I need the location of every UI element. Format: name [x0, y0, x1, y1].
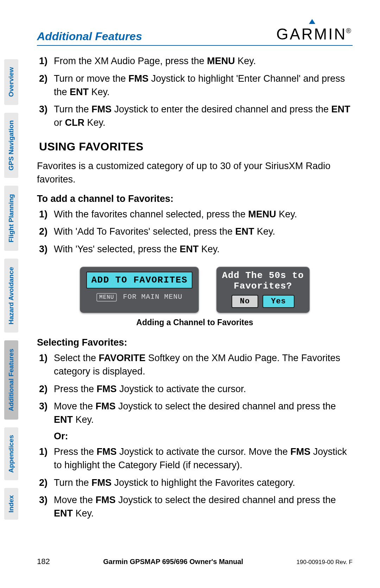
confirm-dialog-panel: Add The 50s toFavorites? No Yes [216, 267, 309, 313]
step-text: Move the FMS Joystick to select the desi… [54, 400, 353, 427]
list-item: 2) Press the FMS Joystick to activate th… [37, 383, 353, 396]
add-to-favorites-panel: Add To Favorites MENU for Main Menu [80, 267, 199, 313]
or-label: Or: [54, 431, 353, 442]
select-step-list-a: 1) Select the FAVORITE Softkey on the XM… [37, 352, 353, 427]
list-item: 3) With 'Yes' selected, press the ENT Ke… [37, 243, 353, 256]
step-number: 3) [37, 243, 54, 256]
list-item: 3) Move the FMS Joystick to select the d… [37, 494, 353, 520]
step-text: Press the FMS Joystick to activate the c… [54, 383, 353, 396]
list-item: 2) With 'Add To Favorites' selected, pre… [37, 225, 353, 239]
step-text: Turn the FMS Joystick to highlight the F… [54, 476, 353, 490]
list-item: 1) Select the FAVORITE Softkey on the XM… [37, 352, 353, 378]
favorites-intro: Favorites is a customized category of up… [37, 160, 353, 186]
subheading-selecting-favorites: Selecting Favorites: [37, 337, 353, 348]
list-item: 1) From the XM Audio Page, press the MEN… [37, 55, 353, 68]
step-text: With 'Yes' selected, press the ENT Key. [54, 243, 353, 256]
list-item: 3) Move the FMS Joystick to select the d… [37, 400, 353, 427]
tab-additional-features[interactable]: Additional Features [4, 340, 18, 420]
tab-hazard-avoidance[interactable]: Hazard Avoidance [4, 259, 18, 333]
list-item: 2) Turn the FMS Joystick to highlight th… [37, 476, 353, 490]
step-number: 2) [37, 383, 54, 396]
menu-key-icon: MENU [96, 293, 117, 302]
tab-gps-navigation[interactable]: GPS Navigation [4, 113, 18, 178]
step-text: With 'Add To Favorites' selected, press … [54, 225, 353, 239]
page-number: 182 [37, 557, 50, 566]
step-number: 2) [37, 225, 54, 239]
tab-overview[interactable]: Overview [4, 59, 18, 105]
list-item: 1) With the favorites channel selected, … [37, 208, 353, 221]
yes-button: Yes [262, 295, 294, 308]
tab-appendices[interactable]: Appendices [4, 427, 18, 480]
step-number: 1) [37, 55, 54, 68]
main-content: 1) From the XM Audio Page, press the MEN… [37, 55, 353, 531]
select-step-list-b: 1) Press the FMS Joystick to activate th… [37, 445, 353, 520]
step-number: 2) [37, 72, 54, 99]
list-item: 1) Press the FMS Joystick to activate th… [37, 445, 353, 472]
subheading-add-channel: To add a channel to Favorites: [37, 193, 353, 204]
step-number: 3) [37, 494, 54, 520]
step-number: 3) [37, 400, 54, 427]
step-text: With the favorites channel selected, pre… [54, 208, 353, 221]
logo-triangle-icon [309, 19, 315, 24]
section-title: Additional Features [37, 30, 142, 43]
step-text: From the XM Audio Page, press the MENU K… [54, 55, 353, 68]
page-header: Additional Features GARMIN® [37, 25, 353, 46]
list-item: 2) Turn or move the FMS Joystick to high… [37, 72, 353, 99]
garmin-logo: GARMIN® [276, 25, 353, 43]
step-text: Turn or move the FMS Joystick to highlig… [54, 72, 353, 99]
tab-flight-planning[interactable]: Flight Planning [4, 186, 18, 251]
step-number: 1) [37, 208, 54, 221]
page-footer: 182 Garmin GPSMAP 695/696 Owner's Manual… [37, 557, 353, 566]
footer-title: Garmin GPSMAP 695/696 Owner's Manual [50, 558, 297, 566]
confirm-title: Add The 50s toFavorites? [222, 270, 304, 291]
list-item: 3) Turn the FMS Joystick to enter the de… [37, 103, 353, 130]
step-text: Turn the FMS Joystick to enter the desir… [54, 103, 353, 130]
heading-using-favorites: USING FAVORITES [39, 140, 353, 153]
intro-step-list: 1) From the XM Audio Page, press the MEN… [37, 55, 353, 130]
step-number: 3) [37, 103, 54, 130]
step-number: 1) [37, 352, 54, 378]
no-button: No [232, 295, 258, 308]
step-number: 1) [37, 445, 54, 472]
lcd-highlight: Add To Favorites [86, 272, 192, 289]
figure-row: Add To Favorites MENU for Main Menu Add … [37, 267, 353, 313]
step-number: 2) [37, 476, 54, 490]
step-text: Select the FAVORITE Softkey on the XM Au… [54, 352, 353, 378]
menu-hint: MENU for Main Menu [86, 291, 192, 303]
side-tabs: Overview GPS Navigation Flight Planning … [4, 59, 27, 527]
logo-text: GARMIN® [276, 25, 353, 43]
tab-index[interactable]: Index [4, 488, 18, 520]
footer-revision: 190-00919-00 Rev. F [297, 559, 353, 566]
step-text: Move the FMS Joystick to select the desi… [54, 494, 353, 520]
add-step-list: 1) With the favorites channel selected, … [37, 208, 353, 256]
figure-caption: Adding a Channel to Favorites [37, 318, 353, 327]
confirm-buttons: No Yes [222, 295, 304, 308]
step-text: Press the FMS Joystick to activate the c… [54, 445, 353, 472]
